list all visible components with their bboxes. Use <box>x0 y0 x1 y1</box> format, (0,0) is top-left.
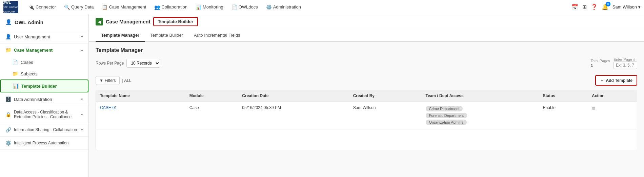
sidebar-sub-template-builder[interactable]: 📊 Template Builder <box>0 79 88 92</box>
pagination-total: Total Pages 1 <box>591 59 610 68</box>
sidebar-section-user-management: 👤 User Management ▾ <box>0 30 88 43</box>
filters-button[interactable]: ▼ Filters <box>96 76 120 85</box>
page-title: Template Manager <box>96 47 637 53</box>
nav-monitoring[interactable]: 📊 Monitoring <box>192 2 227 13</box>
cases-icon: 📄 <box>12 59 18 65</box>
sidebar-item-info-sharing[interactable]: 🔗 Information Sharing - Collaboration ▾ <box>0 123 88 136</box>
user-menu[interactable]: Sam Willson ▾ <box>612 4 641 10</box>
tab-template-manager[interactable]: Template Manager <box>96 29 145 42</box>
cell-template-name: CASE-01 <box>96 102 185 129</box>
cases-label: Cases <box>21 60 33 65</box>
templates-table: Template Name Module Creation Date Creat… <box>96 90 637 150</box>
add-template-icon: ＋ <box>600 77 604 83</box>
th-action: Action <box>588 90 637 102</box>
nav-case-management[interactable]: 📋 Case Management <box>98 2 149 13</box>
filter-left: ▼ Filters | ALL <box>96 76 132 85</box>
case-management-icon: 📁 <box>5 47 11 53</box>
calendar-icon[interactable]: 📅 <box>571 4 578 10</box>
cell-module: Case <box>185 102 238 129</box>
sidebar-item-data-admin[interactable]: 🗄️ Data Administration ▾ <box>0 93 88 106</box>
sidebar-item-case-management[interactable]: 📁 Case Management ▴ <box>0 43 88 56</box>
table-row: CASE-01 Case 05/16/2024 05:39 PM Sam Wil… <box>96 102 637 129</box>
sidebar-item-left-process: ⚙️ Intelligent Process Automation <box>5 140 68 146</box>
badge-org-admins: Organization Admins <box>426 120 467 125</box>
sidebar-sub-cases[interactable]: 📄 Cases <box>0 56 88 68</box>
add-template-label: Add Template <box>606 78 632 83</box>
sidebar-item-user-management[interactable]: 👤 User Management ▾ <box>0 30 88 43</box>
nav-owldocs[interactable]: 📄 OWLdocs <box>228 2 261 13</box>
th-creation-date: Creation Date <box>238 90 349 102</box>
cell-created-by: Sam Willson <box>349 102 422 129</box>
table-body: CASE-01 Case 05/16/2024 05:39 PM Sam Wil… <box>96 102 637 150</box>
data-access-label: Data Access - Classification & Retention… <box>14 110 81 119</box>
add-template-button[interactable]: ＋ Add Template <box>595 75 637 86</box>
breadcrumb-highlighted: Template Builder <box>153 17 198 26</box>
grid-icon[interactable]: ⊞ <box>582 4 587 10</box>
th-template-name: Template Name <box>96 90 185 102</box>
sidebar-item-left-case: 📁 Case Management <box>5 47 53 53</box>
filter-icon: ▼ <box>99 78 103 83</box>
sidebar-item-left-info: 🔗 Information Sharing - Collaboration <box>5 127 77 132</box>
sidebar-section-info-sharing: 🔗 Information Sharing - Collaboration ▾ <box>0 123 88 137</box>
subjects-label: Subjects <box>21 71 38 76</box>
cell-status: Enable <box>539 102 588 129</box>
nav-case-label: Case Management <box>109 4 146 10</box>
filter-all[interactable]: | ALL <box>122 78 132 83</box>
query-icon: 🔍 <box>64 4 70 10</box>
data-admin-chevron: ▾ <box>81 97 83 102</box>
tab-bar: Template Manager Template Builder Auto I… <box>89 29 644 42</box>
table-empty-row <box>96 129 637 150</box>
tab-auto-incremental[interactable]: Auto Incremental Fields <box>188 29 246 42</box>
user-chevron: ▾ <box>638 4 641 10</box>
breadcrumb-back-button[interactable]: ◀ <box>96 18 103 25</box>
user-management-label: User Management <box>14 34 50 39</box>
sidebar-section-intelligent-process: ⚙️ Intelligent Process Automation <box>0 137 88 150</box>
subjects-icon: 📁 <box>12 71 18 76</box>
case-management-chevron: ▴ <box>81 48 83 52</box>
notification-icon[interactable]: 🔔 0 <box>602 4 608 10</box>
template-name-link[interactable]: CASE-01 <box>100 105 117 110</box>
nav-admin-label: Administration <box>273 4 301 10</box>
tab-template-builder[interactable]: Template Builder <box>145 29 188 42</box>
nav-connector[interactable]: 🔌 Connector <box>25 2 59 13</box>
sidebar-item-intelligent-process[interactable]: ⚙️ Intelligent Process Automation <box>0 137 88 149</box>
data-admin-icon: 🗄️ <box>5 96 11 102</box>
rows-per-page-select[interactable]: 10 Records 25 Records 50 Records <box>126 59 160 68</box>
process-icon: ⚙️ <box>5 140 11 146</box>
info-sharing-label: Information Sharing - Collaboration <box>14 127 77 132</box>
sidebar-item-data-access[interactable]: 🔒 Data Access - Classification & Retenti… <box>0 106 88 123</box>
th-status: Status <box>539 90 588 102</box>
nav-query-data[interactable]: 🔍 Query Data <box>61 2 97 13</box>
data-access-icon: 🔒 <box>5 112 11 117</box>
nav-administration[interactable]: ⚙️ Administration <box>263 2 304 13</box>
rows-per-page-label: Rows Per Page <box>96 61 124 66</box>
total-pages-value: 1 <box>591 63 610 68</box>
sidebar-sub-subjects[interactable]: 📁 Subjects <box>0 68 88 79</box>
sidebar-item-left-access: 🔒 Data Access - Classification & Retenti… <box>5 110 81 119</box>
sidebar-item-left-data: 🗄️ Data Administration <box>5 96 52 102</box>
notif-badge: 0 <box>606 2 610 6</box>
admin-icon-sidebar: 👤 <box>5 19 12 25</box>
sidebar-section-data-access: 🔒 Data Access - Classification & Retenti… <box>0 106 88 123</box>
connector-icon: 🔌 <box>28 4 34 10</box>
badge-crime: Crime Department <box>426 106 463 111</box>
th-created-by: Created By <box>349 90 422 102</box>
pagination: Total Pages 1 Enter Page # <box>591 57 637 69</box>
monitor-icon: 📊 <box>196 4 201 10</box>
nav-collaboration[interactable]: 👥 Collaboration <box>151 2 191 13</box>
info-sharing-icon: 🔗 <box>5 127 11 132</box>
info-sharing-chevron: ▾ <box>81 128 83 132</box>
data-access-chevron: ▾ <box>81 112 83 117</box>
cell-creation-date: 05/16/2024 05:39 PM <box>238 102 349 129</box>
filters-label: Filters <box>105 78 116 83</box>
nav-collab-label: Collaboration <box>161 4 187 10</box>
top-nav-right: 📅 ⊞ ❓ 🔔 0 Sam Willson ▾ <box>571 4 641 10</box>
nav-owldocs-label: OWLdocs <box>239 4 258 10</box>
badge-forensic: Forensic Department <box>426 113 467 118</box>
action-menu-button[interactable]: ≡ <box>592 105 595 111</box>
pagination-enter: Enter Page # <box>613 57 637 69</box>
page-number-input[interactable] <box>613 61 637 69</box>
app-logo[interactable]: OWLINTELLIGENCEPLATFORM <box>3 1 20 13</box>
help-icon[interactable]: ❓ <box>591 4 598 10</box>
sidebar-admin-label: OWL Admin <box>15 19 43 25</box>
